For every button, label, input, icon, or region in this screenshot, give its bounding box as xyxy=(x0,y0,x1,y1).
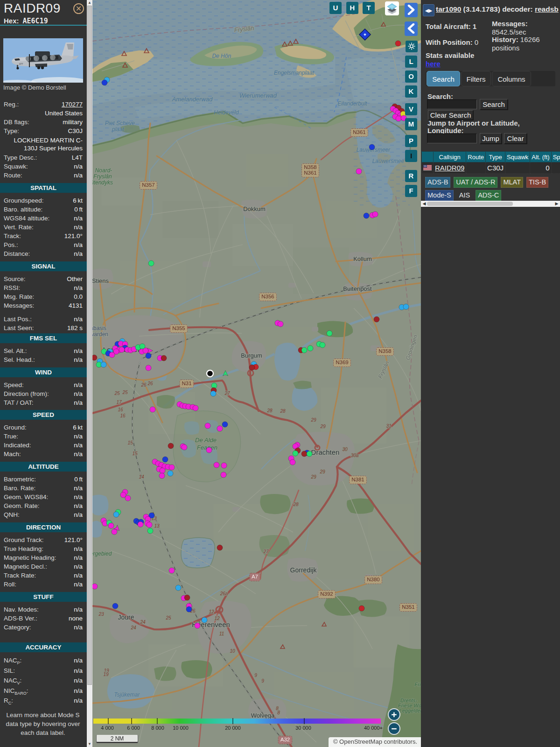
map-button-U[interactable]: U xyxy=(329,2,342,14)
km-marker: 14 xyxy=(139,474,144,479)
sidebar-scrollbar[interactable]: ▲ ▼ xyxy=(87,0,92,747)
data-label: Ground: xyxy=(4,423,27,432)
data-label: Source: xyxy=(4,275,26,283)
aircraft-trail-dot xyxy=(307,451,312,457)
info-label: Type Desc.: xyxy=(4,153,37,162)
data-value: n/a xyxy=(74,580,83,589)
road-shield-A32: A32 xyxy=(278,736,292,744)
scroll-right-icon[interactable]: ▶ xyxy=(554,201,560,207)
map-button-R[interactable]: R xyxy=(405,170,417,182)
close-icon[interactable]: ✕ xyxy=(73,3,84,14)
stats-available: Stats availablehere xyxy=(426,51,474,68)
km-marker: 10 xyxy=(230,648,235,654)
scroll-left-icon[interactable]: ◀ xyxy=(421,201,427,207)
road-shield-N361: N361 xyxy=(351,129,368,137)
town-label-gorredijk: Gorredijk xyxy=(290,566,317,574)
scroll-down-icon[interactable]: ▼ xyxy=(87,741,92,747)
expand-right-button[interactable] xyxy=(405,3,418,17)
column-header-Type[interactable]: Type xyxy=(486,152,505,162)
section-rows: Nav. Modes:n/aADS-B Ver.:noneCategory:n/… xyxy=(4,605,83,632)
svg-text:N31: N31 xyxy=(182,381,191,386)
section-rows: Ground Track:121.0°True Heading:n/aMagne… xyxy=(4,536,83,589)
column-header-Spd[interactable]: Spd xyxy=(551,152,560,162)
km-marker: 11 xyxy=(219,631,224,636)
aircraft-trail-dot xyxy=(168,443,174,449)
map-scale-bar: 2 NM xyxy=(96,735,138,743)
clear-search-button[interactable]: Clear Search xyxy=(428,110,473,120)
data-value: 0 ft xyxy=(74,205,83,214)
tab-search[interactable]: Search xyxy=(427,71,460,86)
column-header-Route[interactable]: Route xyxy=(466,152,486,162)
svg-text:N357: N357 xyxy=(142,182,155,188)
data-row: Vert. Rate:n/a xyxy=(4,223,83,232)
info-value[interactable]: 170277 xyxy=(62,100,83,109)
tar1090-link[interactable]: tar1090 xyxy=(436,5,461,13)
map-button-V[interactable]: V xyxy=(405,103,417,115)
badge-tis-b: TIS-B xyxy=(526,177,548,188)
scrollbar-thumb[interactable] xyxy=(87,6,92,685)
aircraft-trail-dot xyxy=(205,423,210,429)
aircraft-trail-dot xyxy=(403,304,409,310)
data-row: True:n/a xyxy=(4,432,83,441)
section-header-stuff: STUFF xyxy=(0,592,87,602)
panel-toggle-button[interactable]: ◀▶ xyxy=(423,4,434,16)
callsign-cell[interactable]: RAIDR09 xyxy=(434,162,466,174)
spd-cell xyxy=(551,162,560,174)
data-row: TAT / OAT:n/a xyxy=(4,398,83,407)
jump-input[interactable] xyxy=(427,134,477,143)
aircraft-photo[interactable]: 077 xyxy=(3,38,83,83)
search-button[interactable]: Search xyxy=(480,99,508,110)
tab-filters[interactable]: Filters xyxy=(461,71,491,86)
map-button-F[interactable]: F xyxy=(405,185,417,197)
map-button-I[interactable]: I xyxy=(405,150,417,162)
readsb-link[interactable]: readsb xyxy=(535,5,559,13)
hscroll-thumb[interactable] xyxy=(427,202,513,206)
aircraft-trail-dot xyxy=(364,213,369,218)
total-aircraft-stat: Total Aircraft: 1 xyxy=(426,22,476,31)
clear-button[interactable]: Clear xyxy=(504,133,527,144)
stats-here-link[interactable]: here xyxy=(426,60,441,68)
hex-label: Hex: xyxy=(4,17,19,25)
data-label: SIL: xyxy=(4,666,15,676)
map-button-H[interactable]: H xyxy=(346,2,358,14)
map-button-M[interactable]: M xyxy=(405,118,417,130)
nature-label: Fri xyxy=(415,682,421,687)
aircraft-trail-dot xyxy=(290,459,295,465)
sidebar-footer-note: Learn more about Mode Sdata type by hove… xyxy=(2,711,84,737)
svg-text:A32: A32 xyxy=(280,737,290,742)
collapse-left-button[interactable] xyxy=(405,21,418,36)
data-label: Last Seen: xyxy=(4,324,34,332)
tab-columns[interactable]: Columns xyxy=(492,71,531,86)
map-button-K[interactable]: K xyxy=(405,85,417,98)
water-label: Tsjûkemar xyxy=(114,691,140,698)
data-row: Distance:n/a xyxy=(4,249,83,258)
settings-gear-icon[interactable] xyxy=(406,41,418,52)
section-rows: Sel. Alt.:n/aSel. Head.:n/a xyxy=(4,346,83,364)
aircraft-list-panel: ◀▶ tar1090 (3.14.1783) decoder: readsb T… xyxy=(421,0,560,747)
column-header-Squawk[interactable]: Squawk xyxy=(505,152,530,162)
column-header-Alt. (ft)[interactable]: Alt. (ft) xyxy=(530,152,551,162)
km-marker: 30a xyxy=(351,453,359,458)
map-button-T[interactable]: T xyxy=(363,2,375,14)
scroll-up-icon[interactable]: ▲ xyxy=(87,0,92,6)
map-button-P[interactable]: P xyxy=(405,135,417,147)
zoom-in-button[interactable]: + xyxy=(388,708,400,721)
column-header-icon[interactable] xyxy=(422,152,434,162)
column-header-Callsign[interactable]: Callsign xyxy=(434,152,466,162)
map[interactable]: N357N355N31N358N361N361N356N369N358N381N… xyxy=(92,0,421,747)
data-value: n/a xyxy=(74,510,83,519)
data-label: Ground Track: xyxy=(4,536,44,544)
aircraft-trail-dot xyxy=(374,317,379,322)
data-value: n/a xyxy=(74,655,83,666)
map-button-L[interactable]: L xyxy=(405,56,417,68)
layers-button[interactable] xyxy=(385,1,399,15)
map-button-O[interactable]: O xyxy=(405,70,417,83)
zoom-out-button[interactable]: − xyxy=(388,722,400,735)
aircraft-trail-dot xyxy=(221,463,227,468)
jump-button[interactable]: Jump xyxy=(480,133,502,144)
aircraft-trail-dot xyxy=(159,473,165,479)
km-marker: 19 xyxy=(103,672,109,677)
panel-horizontal-scrollbar[interactable]: ◀ ▶ xyxy=(421,201,560,207)
aircraft-trail-dot xyxy=(160,468,165,473)
search-input[interactable] xyxy=(427,99,477,109)
